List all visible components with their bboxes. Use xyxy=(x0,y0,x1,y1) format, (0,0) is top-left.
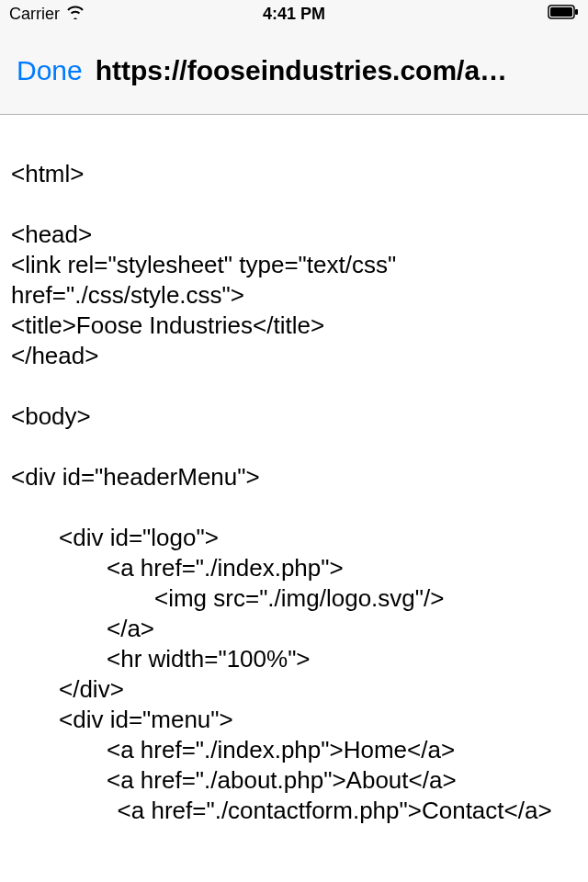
source-line: <head> xyxy=(11,220,577,250)
status-bar: Carrier 4:41 PM xyxy=(0,0,588,28)
source-line: <body> xyxy=(11,401,577,432)
source-line: <hr width="100%"> xyxy=(11,644,577,674)
source-line: <a href="./index.php"> xyxy=(11,553,577,583)
source-line: <a href="./index.php">Home</a> xyxy=(11,735,577,765)
status-left: Carrier xyxy=(9,5,85,24)
source-line: </div> xyxy=(11,674,577,705)
status-time: 4:41 PM xyxy=(263,5,325,24)
svg-rect-2 xyxy=(575,9,578,15)
blank-line xyxy=(11,189,577,220)
source-line: <a href="./about.php">About</a> xyxy=(11,765,577,796)
blank-line xyxy=(11,371,577,401)
source-line: <img src="./img/logo.svg"/> xyxy=(11,583,577,614)
source-line: <a href="./contactform.php">Contact</a> xyxy=(11,796,577,826)
page-content[interactable]: <html><head><link rel="stylesheet" type=… xyxy=(0,115,588,882)
carrier-label: Carrier xyxy=(9,5,60,24)
source-line: </a> xyxy=(11,614,577,644)
blank-line xyxy=(11,432,577,462)
battery-icon xyxy=(548,5,579,24)
url-display[interactable]: https://fooseindustries.com/a… xyxy=(96,55,571,86)
done-button[interactable]: Done xyxy=(17,55,83,86)
source-line: <title>Foose Industries</title> xyxy=(11,311,577,341)
blank-line xyxy=(11,492,577,523)
status-right xyxy=(548,5,579,24)
source-line: <html> xyxy=(11,159,577,189)
browser-nav-bar: Done https://fooseindustries.com/a… xyxy=(0,28,588,115)
source-line: <div id="menu"> xyxy=(11,705,577,735)
svg-rect-1 xyxy=(550,7,572,17)
source-line: <link rel="stylesheet" type="text/css" h… xyxy=(11,250,577,311)
source-line: <div id="headerMenu"> xyxy=(11,462,577,492)
wifi-icon xyxy=(65,5,85,24)
source-line: <div id="logo"> xyxy=(11,523,577,553)
source-line: </head> xyxy=(11,341,577,371)
